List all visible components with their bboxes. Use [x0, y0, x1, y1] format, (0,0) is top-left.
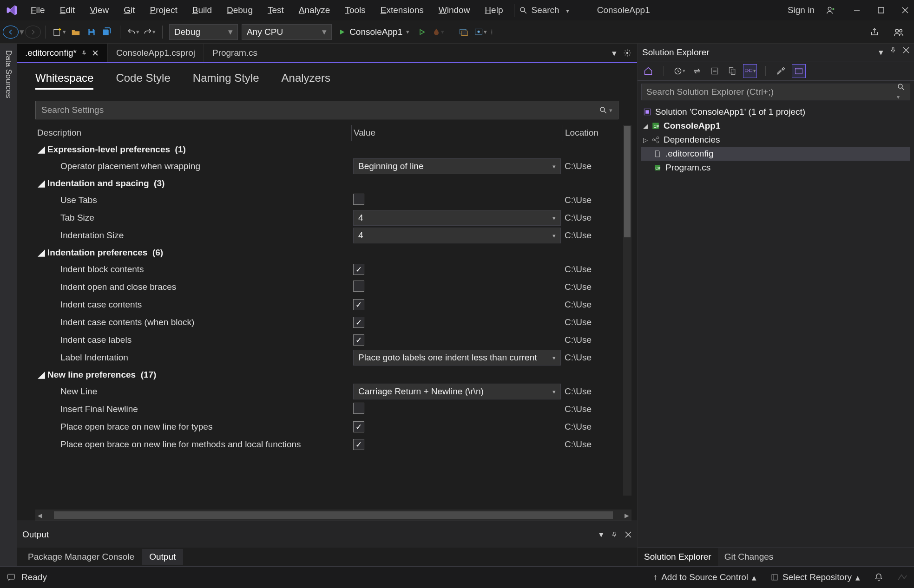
setting-checkbox[interactable]: [353, 281, 364, 292]
doc-tab[interactable]: Program.cs: [204, 44, 266, 62]
solution-node[interactable]: Solution 'ConsoleApp1' (1 of 1 project): [641, 105, 910, 119]
tool-tab[interactable]: Package Manager Console: [20, 549, 142, 565]
pin-icon[interactable]: [611, 531, 618, 538]
add-account-icon[interactable]: [823, 2, 839, 18]
menu-extensions[interactable]: Extensions: [374, 3, 430, 17]
setting-checkbox[interactable]: ✓: [353, 439, 364, 450]
undo-button[interactable]: ▾: [125, 24, 141, 40]
project-node[interactable]: ◢ C# ConsoleApp1: [641, 119, 910, 133]
setting-checkbox[interactable]: ✓: [353, 264, 364, 275]
select-repository[interactable]: Select Repository▴: [770, 572, 860, 583]
filters-icon[interactable]: ▾: [743, 64, 757, 78]
properties-icon[interactable]: [774, 64, 788, 78]
start-without-debugging-button[interactable]: [414, 24, 430, 40]
collapse-all-icon[interactable]: [708, 64, 722, 78]
nav-forward-button[interactable]: [25, 26, 41, 39]
minimize-button[interactable]: [852, 5, 862, 15]
configuration-dropdown[interactable]: Debug▾: [169, 24, 238, 40]
close-icon[interactable]: [903, 47, 909, 58]
group-header[interactable]: ◢New line preferences (17): [35, 366, 631, 383]
feedback-icon[interactable]: [7, 573, 16, 582]
program-file-node[interactable]: C# Program.cs: [641, 161, 910, 175]
panel-tab[interactable]: Solution Explorer: [638, 548, 718, 566]
menu-build[interactable]: Build: [186, 3, 218, 17]
menu-analyze[interactable]: Analyze: [292, 3, 337, 17]
config-tab-naming-style[interactable]: Naming Style: [193, 72, 259, 90]
sign-in-link[interactable]: Sign in: [788, 5, 815, 15]
menu-help[interactable]: Help: [478, 3, 509, 17]
live-share-button[interactable]: [891, 24, 907, 40]
menu-tools[interactable]: Tools: [338, 3, 372, 17]
setting-dropdown[interactable]: Beginning of line▾: [353, 158, 561, 174]
config-tab-whitespace[interactable]: Whitespace: [35, 72, 93, 90]
doc-tab[interactable]: ConsoleApp1.csproj: [108, 44, 204, 62]
menu-git[interactable]: Git: [117, 3, 141, 17]
pin-icon[interactable]: [81, 50, 87, 56]
maximize-button[interactable]: [876, 5, 886, 15]
close-button[interactable]: [900, 5, 910, 15]
config-tab-analyzers[interactable]: Analyzers: [282, 72, 330, 90]
platform-dropdown[interactable]: Any CPU▾: [242, 24, 332, 40]
setting-checkbox[interactable]: [353, 403, 364, 414]
solution-search-input[interactable]: Search Solution Explorer (Ctrl+;) ▾: [641, 84, 910, 100]
setting-dropdown[interactable]: Place goto labels one indent less than c…: [353, 350, 561, 366]
setting-dropdown[interactable]: 4▾: [353, 210, 561, 226]
preview-selected-icon[interactable]: [792, 64, 806, 78]
open-file-button[interactable]: [68, 24, 84, 40]
notifications-icon[interactable]: [874, 573, 883, 582]
group-header[interactable]: ◢Expression-level preferences (1): [35, 141, 631, 157]
menu-window[interactable]: Window: [432, 3, 477, 17]
panel-tab[interactable]: Git Changes: [718, 548, 780, 566]
show-all-files-icon[interactable]: [725, 64, 739, 78]
dependencies-node[interactable]: ▷ Dependencies: [641, 133, 910, 147]
setting-checkbox[interactable]: [353, 194, 364, 205]
menu-test[interactable]: Test: [261, 3, 290, 17]
setting-checkbox[interactable]: ✓: [353, 421, 364, 432]
browse-button[interactable]: [456, 24, 472, 40]
vertical-scrollbar[interactable]: [623, 125, 631, 496]
setting-checkbox[interactable]: ✓: [353, 317, 364, 328]
close-icon[interactable]: ✕: [92, 48, 99, 59]
editorconfig-file-node[interactable]: .editorconfig: [641, 147, 910, 161]
menu-debug[interactable]: Debug: [220, 3, 259, 17]
zoom-icon[interactable]: [897, 574, 907, 581]
column-value[interactable]: Value: [351, 125, 563, 141]
menu-view[interactable]: View: [83, 3, 115, 17]
active-files-dropdown[interactable]: ▾: [612, 48, 617, 59]
output-dropdown-icon[interactable]: ▾: [599, 529, 604, 540]
horizontal-scrollbar[interactable]: ◂▸: [35, 510, 631, 521]
close-icon[interactable]: [625, 531, 631, 538]
save-button[interactable]: [84, 24, 99, 40]
pin-icon[interactable]: [890, 47, 896, 58]
data-sources-tab[interactable]: Data Sources: [3, 47, 14, 566]
redo-button[interactable]: ▾: [141, 24, 158, 40]
column-description[interactable]: Description: [35, 125, 351, 141]
view-dropdown-icon[interactable]: ▾: [879, 47, 883, 58]
group-header[interactable]: ◢Indentation preferences (6): [35, 244, 631, 261]
quick-search[interactable]: Search: [519, 5, 569, 15]
sync-icon[interactable]: [690, 64, 704, 78]
group-header[interactable]: ◢Indentation and spacing (3): [35, 175, 631, 191]
nav-back-button[interactable]: [3, 26, 19, 39]
search-settings-input[interactable]: Search Settings ▾: [35, 101, 618, 119]
setting-dropdown[interactable]: Carriage Return + Newline (\r\n)▾: [353, 384, 561, 399]
menu-project[interactable]: Project: [144, 3, 184, 17]
add-source-control[interactable]: ↑Add to Source Control▴: [653, 572, 756, 583]
setting-checkbox[interactable]: ✓: [353, 334, 364, 346]
tool-tab[interactable]: Output: [142, 549, 183, 565]
setting-checkbox[interactable]: ✓: [353, 299, 364, 310]
start-debugging-button[interactable]: ConsoleApp1▾: [334, 24, 414, 40]
share-button[interactable]: [867, 24, 882, 40]
history-icon[interactable]: ▾: [672, 64, 686, 78]
column-location[interactable]: Location: [563, 125, 631, 141]
new-project-button[interactable]: ▾: [51, 24, 68, 40]
setting-dropdown[interactable]: 4▾: [353, 228, 561, 243]
menu-file[interactable]: File: [24, 3, 52, 17]
menu-edit[interactable]: Edit: [53, 3, 82, 17]
live-preview-button[interactable]: ▾: [472, 24, 489, 40]
home-icon[interactable]: [641, 64, 655, 78]
document-options-icon[interactable]: [623, 49, 631, 57]
hot-reload-button[interactable]: ▾: [430, 24, 446, 40]
config-tab-code-style[interactable]: Code Style: [116, 72, 170, 90]
save-all-button[interactable]: [99, 24, 115, 40]
